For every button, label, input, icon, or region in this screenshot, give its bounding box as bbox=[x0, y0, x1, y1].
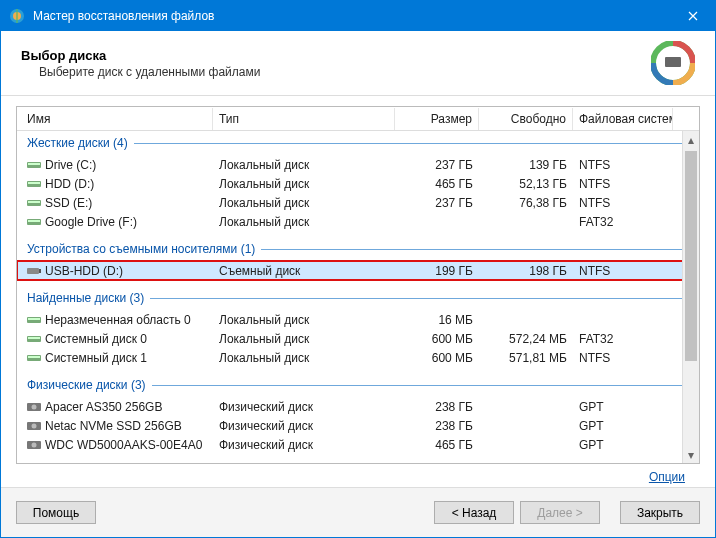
col-free[interactable]: Свободно bbox=[479, 108, 573, 130]
drive-fs: FAT32 bbox=[573, 331, 673, 347]
options-row: Опции bbox=[16, 464, 700, 484]
help-button[interactable]: Помощь bbox=[16, 501, 96, 524]
disk-row[interactable]: WDC WD5000AAKS-00E4A0Физический диск465 … bbox=[17, 435, 699, 454]
close-icon bbox=[688, 11, 698, 21]
col-fs[interactable]: Файловая система bbox=[573, 108, 673, 130]
drive-name: Netac NVMe SSD 256GB bbox=[45, 419, 182, 433]
drive-size: 465 ГБ bbox=[395, 176, 479, 192]
group-header: Устройства со съемными носителями (1) bbox=[17, 237, 699, 261]
disk-row[interactable]: USB-HDD (D:)Съемный диск199 ГБ198 ГБNTFS bbox=[17, 261, 699, 280]
drive-name: Системный диск 1 bbox=[45, 351, 147, 365]
drive-free: 198 ГБ bbox=[479, 263, 573, 279]
svg-point-24 bbox=[32, 423, 37, 428]
drive-fs: NTFS bbox=[573, 176, 673, 192]
drive-fs: GPT bbox=[573, 399, 673, 415]
window-title: Мастер восстановления файлов bbox=[33, 9, 670, 23]
svg-rect-8 bbox=[28, 182, 40, 184]
drive-icon bbox=[27, 332, 45, 346]
disk-row[interactable]: Системный диск 0Локальный диск600 МБ572,… bbox=[17, 329, 699, 348]
product-logo-icon bbox=[651, 41, 695, 85]
svg-rect-14 bbox=[39, 269, 41, 273]
drive-type: Локальный диск bbox=[213, 176, 395, 192]
next-button[interactable]: Далее > bbox=[520, 501, 600, 524]
drive-fs bbox=[573, 319, 673, 321]
drive-name: Apacer AS350 256GB bbox=[45, 400, 162, 414]
drive-icon bbox=[27, 264, 45, 278]
drive-size: 238 ГБ bbox=[395, 418, 479, 434]
page-title: Выбор диска bbox=[21, 48, 260, 63]
svg-rect-10 bbox=[28, 201, 40, 203]
drive-icon bbox=[27, 438, 45, 452]
drive-icon bbox=[27, 351, 45, 365]
svg-point-26 bbox=[32, 442, 37, 447]
drive-type: Локальный диск bbox=[213, 157, 395, 173]
drive-name: Неразмеченная область 0 bbox=[45, 313, 191, 327]
column-headers: Имя Тип Размер Свободно Файловая система bbox=[17, 107, 699, 131]
close-button[interactable] bbox=[670, 1, 715, 31]
col-size[interactable]: Размер bbox=[395, 108, 479, 130]
disk-row[interactable]: Google Drive (F:)Локальный дискFAT32 bbox=[17, 212, 699, 231]
vertical-scrollbar[interactable]: ▴ ▾ bbox=[682, 131, 699, 463]
group-header: Жесткие диски (4) bbox=[17, 131, 699, 155]
disk-row[interactable]: Netac NVMe SSD 256GBФизический диск238 Г… bbox=[17, 416, 699, 435]
drive-name: SSD (E:) bbox=[45, 196, 92, 210]
drive-size: 199 ГБ bbox=[395, 263, 479, 279]
drive-free bbox=[479, 425, 573, 427]
drive-fs: GPT bbox=[573, 437, 673, 453]
drive-size: 465 ГБ bbox=[395, 437, 479, 453]
drive-fs: NTFS bbox=[573, 157, 673, 173]
scroll-thumb[interactable] bbox=[685, 151, 697, 361]
drive-fs: NTFS bbox=[573, 263, 673, 279]
drive-icon bbox=[27, 177, 45, 191]
group-label: Физические диски (3) bbox=[27, 378, 146, 392]
group-header: Найденные диски (3) bbox=[17, 286, 699, 310]
drive-free bbox=[479, 319, 573, 321]
options-link[interactable]: Опции bbox=[649, 470, 685, 484]
wizard-footer: Помощь < Назад Далее > Закрыть bbox=[1, 487, 715, 537]
disk-list-panel: Имя Тип Размер Свободно Файловая система… bbox=[16, 106, 700, 464]
col-name[interactable]: Имя bbox=[21, 108, 213, 130]
drive-fs: NTFS bbox=[573, 195, 673, 211]
drive-type: Локальный диск bbox=[213, 195, 395, 211]
back-button[interactable]: < Назад bbox=[434, 501, 514, 524]
drive-type: Физический диск bbox=[213, 418, 395, 434]
svg-rect-18 bbox=[28, 337, 40, 339]
disk-row[interactable]: Apacer AS350 256GBФизический диск238 ГБG… bbox=[17, 397, 699, 416]
drive-type: Локальный диск bbox=[213, 350, 395, 366]
group-label: Устройства со съемными носителями (1) bbox=[27, 242, 255, 256]
drive-size bbox=[395, 221, 479, 223]
drive-size: 238 ГБ bbox=[395, 399, 479, 415]
drive-type: Локальный диск bbox=[213, 312, 395, 328]
drive-name: WDC WD5000AAKS-00E4A0 bbox=[45, 438, 202, 452]
col-type[interactable]: Тип bbox=[213, 108, 395, 130]
drive-icon bbox=[27, 419, 45, 433]
svg-rect-16 bbox=[28, 318, 40, 320]
scroll-up-icon[interactable]: ▴ bbox=[683, 131, 699, 148]
titlebar: Мастер восстановления файлов bbox=[1, 1, 715, 31]
disk-row[interactable]: Drive (C:)Локальный диск237 ГБ139 ГБNTFS bbox=[17, 155, 699, 174]
drive-type: Съемный диск bbox=[213, 263, 395, 279]
drive-free: 52,13 ГБ bbox=[479, 176, 573, 192]
drive-size: 237 ГБ bbox=[395, 195, 479, 211]
disk-row[interactable]: Системный диск 1Локальный диск600 МБ571,… bbox=[17, 348, 699, 367]
wizard-window: Мастер восстановления файлов Выбор диска… bbox=[0, 0, 716, 538]
drive-fs: GPT bbox=[573, 418, 673, 434]
group-label: Найденные диски (3) bbox=[27, 291, 144, 305]
drive-fs: FAT32 bbox=[573, 214, 673, 230]
drive-icon bbox=[27, 215, 45, 229]
disk-list: Жесткие диски (4)Drive (C:)Локальный дис… bbox=[17, 131, 699, 463]
drive-icon bbox=[27, 313, 45, 327]
drive-name: Системный диск 0 bbox=[45, 332, 147, 346]
drive-size: 600 МБ bbox=[395, 350, 479, 366]
disk-row[interactable]: HDD (D:)Локальный диск465 ГБ52,13 ГБNTFS bbox=[17, 174, 699, 193]
close-wizard-button[interactable]: Закрыть bbox=[620, 501, 700, 524]
svg-rect-2 bbox=[16, 9, 18, 23]
scroll-down-icon[interactable]: ▾ bbox=[683, 446, 699, 463]
page-subtitle: Выберите диск с удаленными файлами bbox=[39, 65, 260, 79]
disk-row[interactable]: Неразмеченная область 0Локальный диск16 … bbox=[17, 310, 699, 329]
drive-free: 139 ГБ bbox=[479, 157, 573, 173]
disk-row[interactable]: SSD (E:)Локальный диск237 ГБ76,38 ГБNTFS bbox=[17, 193, 699, 212]
drive-icon bbox=[27, 158, 45, 172]
drive-name: Drive (C:) bbox=[45, 158, 96, 172]
drive-type: Физический диск bbox=[213, 437, 395, 453]
